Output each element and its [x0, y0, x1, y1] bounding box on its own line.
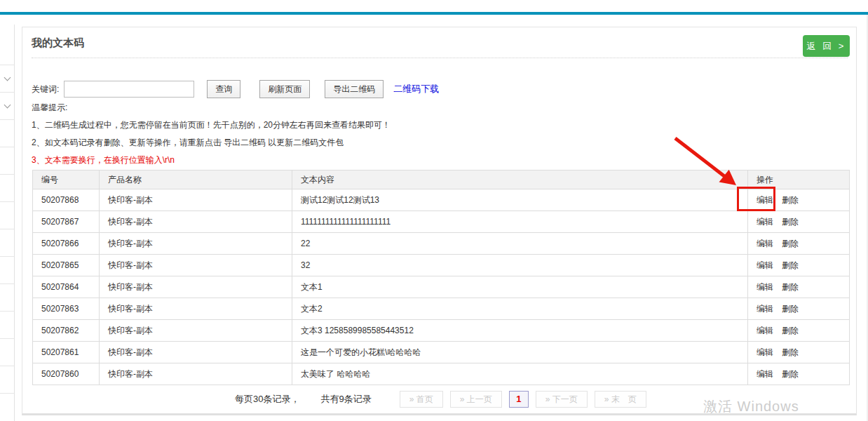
header-product: 产品名称 [100, 171, 292, 189]
cell-content: 文本2 [292, 298, 748, 320]
header-id: 编号 [33, 171, 100, 189]
sidebar-item[interactable] [0, 284, 14, 312]
sidebar-item[interactable] [0, 366, 14, 394]
sidebar-item[interactable] [0, 202, 14, 229]
cell-product: 快印客-副本 [100, 276, 292, 298]
edit-link[interactable]: 编辑 [757, 369, 773, 379]
first-page-button[interactable]: » 首页 [400, 391, 443, 408]
table-row: 50207865快印客-副本32编辑删除 [33, 255, 850, 276]
cell-id: 50207861 [33, 342, 100, 363]
annotation-highlight-box [737, 187, 775, 211]
last-page-button[interactable]: » 末 页 [595, 391, 646, 408]
delete-link[interactable]: 删除 [782, 217, 799, 227]
edit-link[interactable]: 编辑 [757, 282, 773, 292]
edit-link[interactable]: 编辑 [757, 217, 773, 227]
qrcode-download-link[interactable]: 二维码下载 [393, 83, 439, 95]
cell-id: 50207862 [33, 320, 100, 342]
cell-product: 快印客-副本 [100, 320, 292, 342]
sidebar-item[interactable] [0, 65, 14, 93]
cell-product: 快印客-副本 [100, 363, 292, 385]
cell-actions: 编辑删除 [748, 363, 850, 385]
prev-page-button[interactable]: » 上一页 [450, 391, 502, 408]
edit-link[interactable]: 编辑 [757, 239, 773, 248]
tips-line-2: 2、如文本码记录有删除、更新等操作，请重新点击 导出二维码 以更新二维码文件包 [32, 134, 391, 152]
export-qrcode-button[interactable]: 导出二维码 [325, 80, 384, 98]
activate-windows-watermark: 激活 Windows [703, 397, 799, 416]
delete-link[interactable]: 删除 [782, 347, 799, 357]
delete-link[interactable]: 删除 [782, 282, 799, 292]
sidebar-item[interactable] [0, 147, 14, 175]
table-row: 50207862快印客-副本文本3 1258589985585443512编辑删… [33, 320, 850, 342]
sidebar-item[interactable] [0, 229, 14, 257]
edit-link[interactable]: 编辑 [757, 260, 773, 270]
cell-actions: 编辑删除 [748, 255, 850, 276]
cell-actions: 编辑删除 [748, 342, 850, 363]
cell-content: 文本3 1258589985585443512 [292, 320, 748, 342]
cell-actions: 编辑删除 [748, 211, 850, 233]
sidebar-item[interactable] [0, 25, 14, 65]
delete-link[interactable]: 删除 [782, 260, 799, 270]
sidebar [0, 25, 15, 421]
cell-content: 22 [292, 233, 748, 255]
cell-actions: 编辑删除 [748, 298, 850, 320]
table-row: 50207861快印客-副本这是一个可爱的小花糕\哈哈哈哈编辑删除 [33, 342, 850, 363]
edit-link[interactable]: 编辑 [757, 326, 773, 335]
edit-link[interactable]: 编辑 [757, 347, 773, 357]
cell-content: 这是一个可爱的小花糕\哈哈哈哈 [292, 342, 748, 363]
cell-product: 快印客-副本 [100, 255, 292, 276]
back-button[interactable]: 返 回 > [803, 35, 850, 57]
delete-link[interactable]: 删除 [782, 239, 799, 248]
cell-content: 32 [292, 255, 748, 276]
keyword-input[interactable] [64, 81, 194, 98]
keyword-label: 关键词: [32, 83, 59, 95]
sidebar-item[interactable] [0, 257, 14, 284]
current-page-indicator[interactable]: 1 [509, 391, 529, 408]
cell-actions: 编辑删除 [748, 320, 850, 342]
cell-id: 50207864 [33, 276, 100, 298]
cell-id: 50207863 [33, 298, 100, 320]
delete-link[interactable]: 删除 [782, 369, 799, 379]
table-row: 50207863快印客-副本文本2编辑删除 [33, 298, 850, 320]
page: 我的文本码 返 回 > 关键词: 查询 刷新页面 导出二维码 二维码下载 温馨提… [0, 0, 868, 421]
tips-block: 温馨提示: 1、二维码生成过程中，您无需停留在当前页面！先干点别的，20分钟左右… [32, 99, 391, 169]
records-table: 编号 产品名称 文本内容 操作 50207868快印客-副本测试12测试12测试… [32, 170, 850, 385]
chevron-down-icon [4, 74, 11, 81]
sidebar-item[interactable] [0, 93, 14, 120]
chevron-down-icon [4, 102, 11, 109]
delete-link[interactable]: 删除 [782, 326, 799, 335]
table-row: 50207860快印客-副本太美味了 哈哈哈哈编辑删除 [33, 363, 850, 385]
cell-product: 快印客-副本 [100, 211, 292, 233]
header-content: 文本内容 [292, 171, 748, 189]
refresh-page-button[interactable]: 刷新页面 [259, 80, 310, 98]
table-row: 50207867快印客-副本1111111111111111111111编辑删除 [33, 211, 850, 233]
edit-link[interactable]: 编辑 [757, 304, 773, 314]
cell-content: 1111111111111111111111 [292, 211, 748, 233]
tips-line-1: 1、二维码生成过程中，您无需停留在当前页面！先干点别的，20分钟左右再回来查看结… [32, 116, 391, 134]
pagination-buttons: » 首页 » 上一页 1 » 下一页 » 末 页 [393, 391, 646, 408]
content-panel: 我的文本码 返 回 > 关键词: 查询 刷新页面 导出二维码 二维码下载 温馨提… [22, 27, 857, 415]
cell-product: 快印客-副本 [100, 298, 292, 320]
cell-content: 太美味了 哈哈哈哈 [292, 363, 748, 385]
cell-id: 50207867 [33, 211, 100, 233]
tips-title: 温馨提示: [32, 99, 391, 116]
cell-content: 测试12测试12测试13 [292, 189, 748, 211]
query-button[interactable]: 查询 [207, 80, 240, 98]
cell-actions: 编辑删除 [748, 233, 850, 255]
tips-line-3: 3、文本需要换行，在换行位置输入\r\n [32, 152, 391, 169]
delete-link[interactable]: 删除 [782, 304, 799, 314]
table-row: 50207866快印客-副本22编辑删除 [33, 233, 850, 255]
delete-link[interactable]: 删除 [782, 195, 799, 205]
sidebar-item[interactable] [0, 339, 14, 366]
page-title: 我的文本码 [32, 36, 84, 50]
table-row: 50207868快印客-副本测试12测试12测试13编辑删除 [33, 189, 850, 211]
cell-product: 快印客-副本 [100, 342, 292, 363]
sidebar-item[interactable] [0, 312, 14, 339]
table-header-row: 编号 产品名称 文本内容 操作 [33, 171, 850, 189]
top-accent-line [0, 12, 868, 15]
cell-id: 50207865 [33, 255, 100, 276]
records-table-wrap: 编号 产品名称 文本内容 操作 50207868快印客-副本测试12测试12测试… [32, 170, 849, 385]
next-page-button[interactable]: » 下一页 [536, 391, 588, 408]
cell-id: 50207868 [33, 189, 100, 211]
sidebar-item[interactable] [0, 175, 14, 202]
sidebar-item[interactable] [0, 120, 14, 147]
